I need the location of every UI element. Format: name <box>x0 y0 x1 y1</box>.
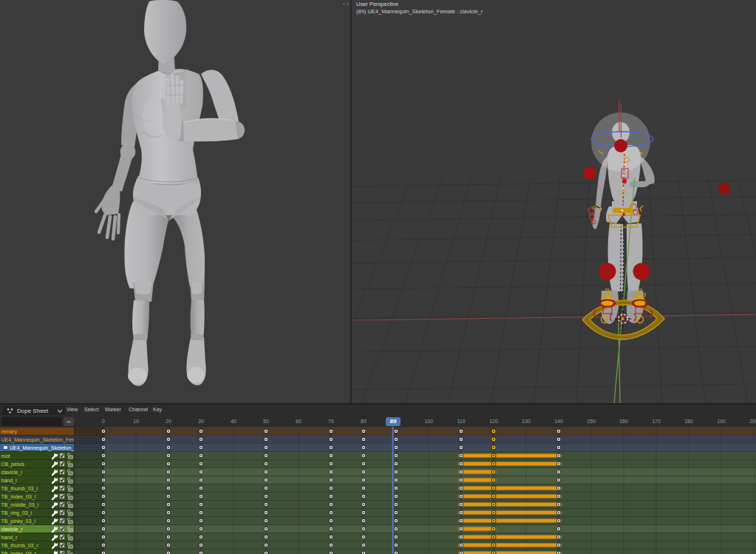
svg-text:TB_pinky_03_l: TB_pinky_03_l <box>1 518 36 524</box>
svg-text:hand_l: hand_l <box>1 478 17 484</box>
svg-text:mmary: mmary <box>1 429 18 435</box>
svg-text:TB_thumb_03_r: TB_thumb_03_r <box>1 543 39 549</box>
svg-text:UE4_Mannequin_Skeleton_Fem: UE4_Mannequin_Skeleton_Fem <box>10 445 84 451</box>
svg-text:TB_middle_03_l: TB_middle_03_l <box>1 502 39 508</box>
svg-text:UE4_Mannequin_Skeleton_Femal: UE4_Mannequin_Skeleton_Femal <box>1 437 81 443</box>
svg-text:TB_thumb_03_l: TB_thumb_03_l <box>1 486 38 492</box>
svg-text:TB_ring_03_l: TB_ring_03_l <box>1 510 33 516</box>
svg-text:clavicle_r: clavicle_r <box>1 527 24 533</box>
svg-text:clavicle_l: clavicle_l <box>1 470 23 476</box>
svg-text:CB_pelvis: CB_pelvis <box>1 462 25 467</box>
svg-text:TB_index_03_r: TB_index_03_r <box>1 551 37 554</box>
svg-text:root: root <box>1 453 10 459</box>
svg-text:TB_index_03_l: TB_index_03_l <box>1 494 36 500</box>
svg-text:hand_r: hand_r <box>1 535 18 541</box>
